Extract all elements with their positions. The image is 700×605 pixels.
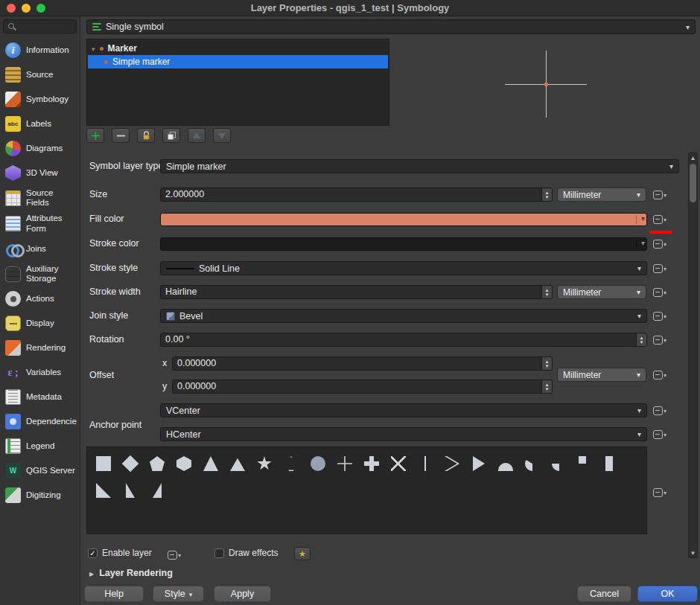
close-window-button[interactable]: [7, 4, 16, 13]
lock-color-button[interactable]: [137, 128, 155, 143]
shape-option[interactable]: [546, 450, 573, 477]
shape-option[interactable]: [573, 450, 599, 477]
sidebar-item[interactable]: Source Fields: [0, 185, 80, 211]
sidebar-item[interactable]: Source: [0, 63, 80, 87]
sidebar-item[interactable]: Joins: [0, 237, 80, 261]
shape-option[interactable]: [171, 450, 197, 477]
stroke-color-button[interactable]: [160, 237, 647, 251]
fill-color-override-button[interactable]: [653, 214, 666, 224]
sidebar-item[interactable]: Diagrams: [0, 136, 80, 161]
scroll-down-icon[interactable]: ▼: [689, 548, 697, 557]
shape-option[interactable]: [331, 450, 358, 477]
join-style-override-button[interactable]: [653, 310, 666, 321]
sidebar-item[interactable]: Rendering: [0, 336, 80, 360]
tree-item-marker[interactable]: Marker: [87, 42, 389, 55]
fill-color-button[interactable]: [160, 213, 647, 226]
shape-option[interactable]: [358, 450, 385, 477]
sidebar-search-input[interactable]: [3, 19, 77, 33]
symbol-renderer-dropdown[interactable]: Single symbol: [86, 19, 696, 34]
add-symbol-layer-button[interactable]: [86, 128, 104, 143]
shape-option[interactable]: [492, 450, 519, 477]
sidebar-item[interactable]: Information: [0, 38, 80, 63]
scroll-up-icon[interactable]: ▲: [689, 153, 697, 162]
shape-option[interactable]: [90, 450, 117, 477]
zoom-window-button[interactable]: [36, 4, 45, 13]
help-button[interactable]: Help: [84, 586, 144, 602]
anchor-vertical-dropdown[interactable]: VCenter: [160, 403, 647, 417]
shape-option[interactable]: [305, 450, 331, 477]
move-layer-down-button[interactable]: [213, 128, 231, 143]
sidebar-item[interactable]: Variables: [0, 360, 80, 385]
sidebar-item[interactable]: Attributes Form: [0, 211, 80, 236]
size-input[interactable]: 2.000000: [160, 188, 553, 202]
size-spinner[interactable]: [541, 188, 552, 201]
symbol-layer-type-dropdown[interactable]: Simple marker: [160, 159, 679, 173]
shape-option[interactable]: [90, 477, 117, 504]
expand-icon[interactable]: [92, 43, 95, 54]
ok-button[interactable]: OK: [637, 586, 698, 602]
offset-x-spinner[interactable]: [541, 357, 552, 370]
shape-option[interactable]: [144, 477, 171, 504]
sidebar-item[interactable]: Labels: [0, 112, 80, 136]
shape-option[interactable]: [278, 450, 305, 477]
stroke-width-override-button[interactable]: [653, 287, 666, 297]
shape-option[interactable]: [197, 450, 224, 477]
shape-option[interactable]: [439, 450, 465, 477]
sidebar-item[interactable]: Metadata: [0, 385, 80, 409]
rotation-spinner[interactable]: [636, 333, 646, 346]
customize-effects-button[interactable]: ★: [294, 547, 311, 560]
sidebar-item[interactable]: Dependencie: [0, 409, 80, 434]
form-scrollbar[interactable]: ▲ ▼: [688, 153, 698, 558]
draw-effects-checkbox[interactable]: [214, 548, 224, 558]
duplicate-symbol-layer-button[interactable]: [162, 128, 180, 143]
stroke-style-dropdown[interactable]: Solid Line: [160, 261, 647, 275]
sidebar-item[interactable]: Auxiliary Storage: [0, 261, 80, 287]
sidebar-item[interactable]: Digitizing: [0, 483, 80, 508]
shape-option[interactable]: [412, 450, 439, 477]
shape-override-button[interactable]: [653, 487, 666, 497]
shape-option[interactable]: [385, 450, 412, 477]
anchor-horizontal-dropdown[interactable]: HCenter: [160, 427, 647, 441]
shape-option[interactable]: [465, 450, 492, 477]
rotation-override-button[interactable]: [653, 334, 666, 345]
offset-y-spinner[interactable]: [541, 380, 552, 393]
tree-item-simple-marker[interactable]: Simple marker: [88, 55, 388, 68]
offset-unit-dropdown[interactable]: Millimeter: [557, 368, 646, 382]
offset-y-input[interactable]: 0.000000: [172, 380, 553, 394]
shape-option[interactable]: [144, 450, 171, 477]
stroke-width-spinner[interactable]: [541, 286, 552, 298]
style-button[interactable]: Style: [153, 586, 204, 602]
enable-layer-override-button[interactable]: [168, 549, 181, 560]
stroke-style-override-button[interactable]: [653, 263, 666, 273]
join-style-dropdown[interactable]: Bevel: [160, 309, 647, 323]
move-layer-up-button[interactable]: [188, 128, 206, 143]
apply-button[interactable]: Apply: [214, 586, 271, 602]
shape-option[interactable]: [117, 477, 144, 504]
offset-x-input[interactable]: 0.000000: [172, 356, 553, 371]
remove-symbol-layer-button[interactable]: [112, 128, 130, 143]
layer-rendering-section[interactable]: Layer Rendering: [89, 568, 173, 578]
sidebar-item[interactable]: Actions: [0, 287, 80, 311]
scrollbar-thumb[interactable]: [690, 164, 696, 202]
rotation-input[interactable]: 0.00 °: [160, 333, 647, 347]
shape-option[interactable]: [117, 450, 144, 477]
shape-option[interactable]: [599, 450, 626, 477]
size-unit-dropdown[interactable]: Millimeter: [557, 188, 646, 202]
sidebar-item[interactable]: Symbology: [0, 87, 80, 112]
sidebar-item[interactable]: QGIS Server: [0, 458, 80, 483]
sidebar-item[interactable]: Legend: [0, 434, 80, 458]
shape-option[interactable]: [224, 450, 251, 477]
offset-override-button[interactable]: [653, 369, 666, 380]
cancel-button[interactable]: Cancel: [577, 586, 631, 602]
anchor-vertical-override-button[interactable]: [653, 405, 666, 415]
enable-layer-checkbox[interactable]: [88, 548, 98, 558]
sidebar-item[interactable]: 3D View: [0, 161, 80, 185]
stroke-color-override-button[interactable]: [653, 238, 666, 249]
stroke-width-unit-dropdown[interactable]: Millimeter: [557, 285, 646, 299]
stroke-width-input[interactable]: Hairline: [160, 285, 553, 299]
sidebar-item[interactable]: Display: [0, 311, 80, 336]
shape-option[interactable]: [519, 450, 546, 477]
anchor-horizontal-override-button[interactable]: [653, 429, 666, 439]
size-override-button[interactable]: [653, 189, 666, 199]
minimize-window-button[interactable]: [22, 4, 31, 13]
